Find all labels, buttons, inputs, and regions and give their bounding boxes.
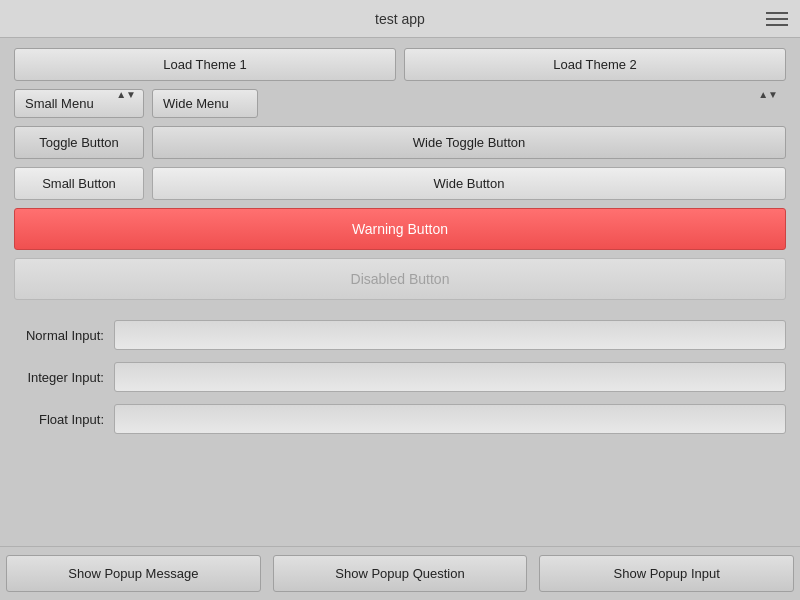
small-menu-container: Small Menu ▲▼	[14, 89, 144, 118]
wide-menu-arrow-icon: ▲▼	[758, 89, 778, 100]
normal-input-row: Normal Input:	[14, 320, 786, 350]
toggle-row: Toggle Button Wide Toggle Button	[14, 126, 786, 159]
bottom-bar: Show Popup Message Show Popup Question S…	[0, 546, 800, 600]
show-popup-question-button[interactable]: Show Popup Question	[273, 555, 528, 592]
small-button[interactable]: Small Button	[14, 167, 144, 200]
toggle-button[interactable]: Toggle Button	[14, 126, 144, 159]
disabled-button: Disabled Button	[14, 258, 786, 300]
title-bar: test app	[0, 0, 800, 38]
show-popup-message-button[interactable]: Show Popup Message	[6, 555, 261, 592]
wide-button[interactable]: Wide Button	[152, 167, 786, 200]
wide-toggle-button[interactable]: Wide Toggle Button	[152, 126, 786, 159]
normal-input-label: Normal Input:	[14, 328, 114, 343]
menu-row: Small Menu ▲▼ Wide Menu ▲▼	[14, 89, 786, 118]
load-theme-2-button[interactable]: Load Theme 2	[404, 48, 786, 81]
load-theme-row: Load Theme 1 Load Theme 2	[14, 48, 786, 81]
load-theme-1-button[interactable]: Load Theme 1	[14, 48, 396, 81]
warning-button[interactable]: Warning Button	[14, 208, 786, 250]
hamburger-menu-icon[interactable]	[766, 12, 788, 26]
wide-menu-select[interactable]: Wide Menu	[152, 89, 258, 118]
float-input-row: Float Input:	[14, 404, 786, 434]
app-title: test app	[375, 11, 425, 27]
float-input[interactable]	[114, 404, 786, 434]
show-popup-input-button[interactable]: Show Popup Input	[539, 555, 794, 592]
integer-input-label: Integer Input:	[14, 370, 114, 385]
integer-input-row: Integer Input:	[14, 362, 786, 392]
input-section: Normal Input: Integer Input: Float Input…	[14, 320, 786, 434]
small-menu-select[interactable]: Small Menu	[14, 89, 144, 118]
small-wide-row: Small Button Wide Button	[14, 167, 786, 200]
float-input-label: Float Input:	[14, 412, 114, 427]
normal-input[interactable]	[114, 320, 786, 350]
wide-menu-container: Wide Menu ▲▼	[152, 89, 786, 118]
main-content: Load Theme 1 Load Theme 2 Small Menu ▲▼ …	[0, 38, 800, 456]
integer-input[interactable]	[114, 362, 786, 392]
